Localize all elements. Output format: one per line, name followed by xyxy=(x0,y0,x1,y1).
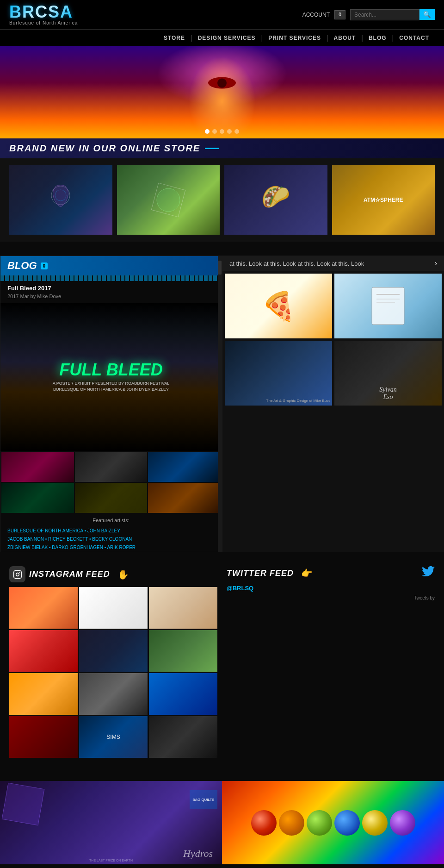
design-deco-1 xyxy=(2,783,45,826)
look-arrow[interactable]: › xyxy=(435,259,437,268)
insta-img-7[interactable] xyxy=(9,673,78,715)
insta-img-4[interactable] xyxy=(9,630,78,672)
feeds-section: INSTAGRAM FEED ✋ SIMS xyxy=(0,559,444,765)
nav: STORE | DESIGN SERVICES | PRINT SERVICES… xyxy=(0,30,444,46)
carousel-dot-2[interactable] xyxy=(212,129,217,134)
insta-img-1[interactable] xyxy=(9,587,78,629)
svg-text:🌮: 🌮 xyxy=(261,183,290,211)
blog-section: BLOG 0 Full Bleed 2017 2017 Mar by Mike … xyxy=(0,256,222,552)
blog-wave xyxy=(0,275,222,281)
paint-pot-red xyxy=(251,810,277,836)
instagram-header: INSTAGRAM FEED ✋ xyxy=(9,566,217,582)
store-item-2[interactable] xyxy=(117,165,220,235)
artist-img-2 xyxy=(75,452,148,482)
carousel-dot-3[interactable] xyxy=(220,129,224,134)
blog-post-count: 0 xyxy=(41,262,48,269)
carousel-dot-1[interactable] xyxy=(205,129,210,134)
carousel-dot-5[interactable] xyxy=(234,129,239,134)
insta-img-9[interactable] xyxy=(149,673,217,715)
look-item-2[interactable] xyxy=(334,274,442,338)
paint-pot-purple xyxy=(390,810,415,836)
twitter-feed: TWITTER FEED 👉 @BRLSQ Tweets by xyxy=(227,566,435,758)
blog-scrollbar[interactable] xyxy=(218,256,222,552)
svg-point-3 xyxy=(157,188,180,212)
svg-rect-9 xyxy=(13,570,21,578)
blog-featured-image: FULL BLEED A POSTER EXHIBIT PRESENTED BY… xyxy=(0,303,222,451)
print-service-block: PRINT SERVICES Whether you're interested… xyxy=(222,781,444,868)
look-art-3: The Art & Graphic Design of Mike Buot xyxy=(225,341,332,406)
store-section-title: BRAND NEW IN OUR ONLINE STORE xyxy=(0,138,444,158)
look-header: at this. Look at this. Look at this. Loo… xyxy=(222,256,444,271)
insta-img-6[interactable] xyxy=(149,630,217,672)
logo[interactable]: BRCSA xyxy=(9,4,73,20)
blog-post-title[interactable]: Full Bleed 2017 xyxy=(0,281,222,293)
paint-pot-orange xyxy=(279,810,304,836)
design-badge: BAG QUILTS xyxy=(190,790,217,809)
cart-count: 0 xyxy=(339,12,341,17)
header: BRCSA Burlesque of North America ACCOUNT… xyxy=(0,0,444,30)
nav-design-services[interactable]: DESIGN SERVICES xyxy=(192,33,261,43)
look-item-4[interactable]: SylvanEso xyxy=(334,341,442,406)
print-service-title: PRINT SERVICES xyxy=(222,864,444,868)
look-art-2 xyxy=(334,274,442,338)
full-bleed-title: FULL BLEED xyxy=(53,362,170,378)
blog-artist-grid xyxy=(0,451,222,514)
cart-icon[interactable]: 0 xyxy=(334,10,345,19)
svg-point-10 xyxy=(16,573,19,576)
insta-img-5[interactable] xyxy=(79,630,148,672)
hero-eye xyxy=(208,77,236,89)
blog-artist-1: JACOB BANNON • RICHEY BECKETT • BECKY CL… xyxy=(7,535,215,543)
store-item-4[interactable]: ATM☆SPHERE xyxy=(332,165,435,235)
nav-print-services[interactable]: PRINT SERVICES xyxy=(263,33,327,43)
look-art-1: 🍕 xyxy=(225,274,332,338)
design-service-block: Hydros BAG QUILTS THE LAST PRIZE ON EART… xyxy=(0,781,222,868)
insta-img-3[interactable] xyxy=(149,587,217,629)
title-bar xyxy=(205,148,219,149)
feeds-grid: INSTAGRAM FEED ✋ SIMS xyxy=(9,566,435,758)
insta-img-12[interactable] xyxy=(149,716,217,758)
artist-img-1 xyxy=(1,452,74,482)
store-item-image-1 xyxy=(9,165,112,235)
instagram-title: INSTAGRAM FEED xyxy=(29,569,110,579)
twitter-handle[interactable]: @BRLSQ xyxy=(227,585,435,592)
spacer-3 xyxy=(0,765,444,772)
artist-img-3 xyxy=(148,452,221,482)
artist-img-4 xyxy=(1,483,74,513)
nav-about[interactable]: ABOUT xyxy=(328,33,362,43)
two-column-section: BLOG 0 Full Bleed 2017 2017 Mar by Mike … xyxy=(0,256,444,552)
header-right: ACCOUNT 0 🔍 xyxy=(302,9,435,20)
paint-pot-blue xyxy=(334,810,360,836)
account-label[interactable]: ACCOUNT xyxy=(302,12,330,18)
pointing-hand-icon: 👉 xyxy=(301,568,313,579)
store-item-3[interactable]: 🌮 xyxy=(224,165,327,235)
look-item-1[interactable]: 🍕 xyxy=(225,274,332,338)
carousel-dots xyxy=(205,129,239,134)
store-item-1[interactable] xyxy=(9,165,112,235)
design-overlay-text: Hydros xyxy=(183,848,213,860)
search-input[interactable] xyxy=(350,9,419,20)
insta-img-11[interactable]: SIMS xyxy=(79,716,148,758)
nav-blog[interactable]: BLOG xyxy=(363,33,392,43)
hero-image xyxy=(0,46,444,138)
twitter-title: TWITTER FEED xyxy=(227,568,294,578)
nav-contact[interactable]: CONTACT xyxy=(394,33,435,43)
artist-img-5 xyxy=(75,483,148,513)
design-service-title: DESIGN SERVICES xyxy=(0,864,222,868)
insta-img-2[interactable] xyxy=(79,587,148,629)
nav-store[interactable]: STORE xyxy=(158,33,191,43)
svg-point-11 xyxy=(19,572,20,573)
insta-img-10[interactable] xyxy=(9,716,78,758)
twitter-bird-icon xyxy=(422,566,435,580)
design-sub-text: THE LAST PRIZE ON EARTH xyxy=(89,859,133,862)
full-bleed-subtitle: A POSTER EXHIBIT PRESENTED BY ROADBURN F… xyxy=(53,381,170,392)
carousel-dot-4[interactable] xyxy=(227,129,232,134)
look-title-text: at this. Look at this. Look at this. Loo… xyxy=(229,260,364,267)
store-title-text: BRAND NEW IN OUR ONLINE STORE xyxy=(9,143,200,154)
look-item-3[interactable]: The Art & Graphic Design of Mike Buot xyxy=(225,341,332,406)
store-item-image-2 xyxy=(117,165,220,235)
blog-featured-label: Featured artists: xyxy=(0,514,222,527)
spacer-2 xyxy=(0,552,444,559)
search-button[interactable]: 🔍 xyxy=(419,9,435,20)
insta-img-8[interactable] xyxy=(79,673,148,715)
blog-artist-2: ZBIGNIEW BIELAK • DARKO GROENHAGEN • ARI… xyxy=(7,543,215,552)
